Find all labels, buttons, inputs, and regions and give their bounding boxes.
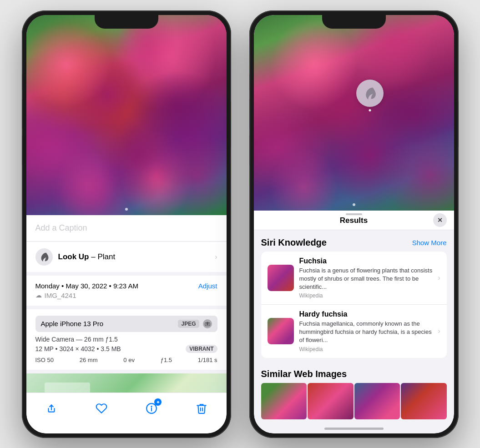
lookup-chevron: › bbox=[215, 253, 217, 261]
hardy-source: Wikipedia bbox=[299, 346, 433, 352]
knowledge-item-fuchsia[interactable]: Fuchsia Fuchsia is a genus of flowering … bbox=[261, 252, 447, 305]
siri-knowledge-header: Siri Knowledge Show More bbox=[254, 230, 454, 252]
iso: ISO 50 bbox=[35, 357, 54, 363]
notch-right bbox=[322, 15, 386, 29]
home-indicator-right bbox=[324, 428, 384, 430]
results-panel: Results ✕ Siri Knowledge Show More bbox=[254, 211, 454, 433]
notch bbox=[95, 15, 158, 29]
svg-point-0 bbox=[206, 322, 208, 325]
similar-images-row bbox=[254, 383, 454, 419]
aperture: ƒ1.5 bbox=[161, 357, 172, 363]
lookup-label: Look Up – Plant bbox=[58, 252, 116, 262]
cloud-icon: ☁ bbox=[35, 292, 42, 299]
device-badges: JPEG bbox=[178, 319, 212, 328]
lookup-bold: Look Up bbox=[58, 252, 89, 261]
right-screen: Results ✕ Siri Knowledge Show More bbox=[254, 15, 454, 433]
caption-placeholder[interactable]: Add a Caption bbox=[35, 223, 87, 232]
results-title: Results bbox=[340, 216, 368, 225]
photo-dot-right bbox=[353, 203, 355, 206]
similar-img-3[interactable] bbox=[354, 383, 400, 419]
format-badge: JPEG bbox=[178, 320, 199, 328]
fuchsia-text: Fuchsia Fuchsia is a genus of flowering … bbox=[299, 257, 433, 299]
meta-section: Monday • May 30, 2022 • 9:23 AM Adjust ☁… bbox=[26, 276, 227, 306]
left-screen: Add a Caption Look Up – Plant › bbox=[26, 15, 227, 433]
hardy-name: Hardy fuchsia bbox=[299, 310, 433, 318]
fuchsia-thumbnail bbox=[268, 265, 294, 291]
photo-area-right[interactable] bbox=[254, 15, 454, 211]
camera-details: Wide Camera — 26 mm ƒ1.5 bbox=[35, 336, 217, 343]
info-button[interactable]: ✦ bbox=[141, 398, 162, 418]
hardy-desc: Fuchsia magellanica, commonly known as t… bbox=[299, 320, 433, 345]
similar-header: Similar Web Images bbox=[254, 362, 454, 383]
adjust-button[interactable]: Adjust bbox=[198, 282, 217, 290]
heart-button[interactable] bbox=[91, 398, 111, 418]
leaf-icon bbox=[39, 252, 49, 262]
similar-title: Similar Web Images bbox=[261, 369, 347, 379]
device-name: Apple iPhone 13 Pro bbox=[41, 320, 104, 327]
hardy-thumbnail bbox=[268, 318, 294, 344]
exif-row: ISO 50 26 mm 0 ev ƒ1.5 1/181 s bbox=[35, 357, 217, 363]
similar-img-4[interactable] bbox=[401, 383, 447, 419]
vs-dot bbox=[369, 109, 371, 111]
siri-knowledge-title: Siri Knowledge bbox=[261, 237, 327, 248]
fuchsia-source: Wikipedia bbox=[299, 292, 433, 299]
similar-img-1[interactable] bbox=[261, 383, 307, 419]
drag-handle[interactable] bbox=[346, 213, 362, 215]
hardy-chevron: › bbox=[438, 327, 440, 335]
fuchsia-chevron: › bbox=[438, 274, 440, 282]
vibrant-badge: VIBRANT bbox=[186, 345, 217, 353]
device-section: Apple iPhone 13 Pro JPEG bbox=[26, 309, 227, 370]
camera-details-row2: 12 MP • 3024 × 4032 • 3.5 MB VIBRANT bbox=[35, 345, 217, 353]
focal-length: 26 mm bbox=[80, 357, 98, 363]
camera-icon bbox=[203, 319, 212, 328]
visual-search-button[interactable] bbox=[356, 80, 384, 107]
share-button[interactable] bbox=[41, 398, 61, 418]
photo-area-left[interactable] bbox=[26, 15, 227, 215]
similar-section: Similar Web Images bbox=[254, 362, 454, 419]
show-more-button[interactable]: Show More bbox=[412, 239, 447, 247]
results-header: Results ✕ bbox=[254, 211, 454, 230]
bottom-toolbar: ✦ bbox=[26, 393, 227, 433]
lookup-rest: – Plant bbox=[89, 252, 116, 261]
fuchsia-desc: Fuchsia is a genus of flowering plants t… bbox=[299, 267, 433, 292]
leaf-visual-icon bbox=[363, 86, 377, 100]
knowledge-item-hardy[interactable]: Hardy fuchsia Fuchsia magellanica, commo… bbox=[261, 304, 447, 358]
trash-button[interactable] bbox=[192, 398, 212, 418]
caption-area[interactable]: Add a Caption bbox=[26, 215, 227, 242]
mp-info: 12 MP • 3024 × 4032 • 3.5 MB bbox=[35, 345, 121, 352]
photo-indicator bbox=[125, 208, 128, 211]
shutter: 1/181 s bbox=[198, 357, 217, 363]
lookup-row[interactable]: Look Up – Plant › bbox=[26, 242, 227, 272]
hardy-text: Hardy fuchsia Fuchsia magellanica, commo… bbox=[299, 310, 433, 352]
fuchsia-name: Fuchsia bbox=[299, 257, 433, 265]
results-content: Siri Knowledge Show More Fuchsia Fuchsia… bbox=[254, 230, 454, 433]
lookup-icon bbox=[35, 248, 53, 266]
info-badge: ✦ bbox=[154, 398, 162, 406]
filename: IMG_4241 bbox=[45, 292, 76, 299]
left-phone: Add a Caption Look Up – Plant › bbox=[22, 10, 231, 438]
device-row: Apple iPhone 13 Pro JPEG bbox=[35, 316, 217, 332]
meta-date: Monday • May 30, 2022 • 9:23 AM bbox=[35, 282, 138, 290]
ev: 0 ev bbox=[123, 357, 135, 363]
close-button[interactable]: ✕ bbox=[433, 213, 447, 227]
knowledge-card: Fuchsia Fuchsia is a genus of flowering … bbox=[261, 252, 447, 358]
similar-img-2[interactable] bbox=[308, 383, 354, 419]
right-phone: Results ✕ Siri Knowledge Show More bbox=[249, 10, 459, 438]
svg-rect-2 bbox=[207, 322, 208, 322]
